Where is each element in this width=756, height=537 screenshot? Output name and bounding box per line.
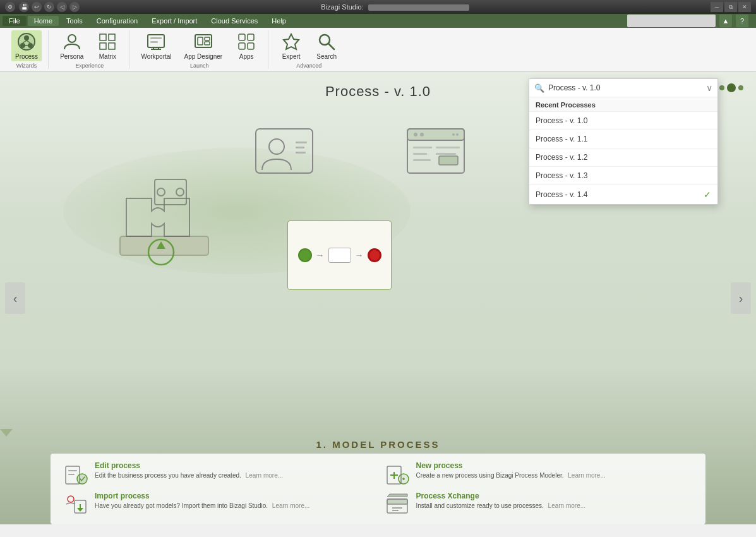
appdesigner-icon: [193, 32, 213, 52]
nav-arrow-right[interactable]: ›: [731, 282, 751, 314]
ribbon-right-area: ▲ ?: [627, 15, 753, 27]
refresh-icon[interactable]: ↻: [44, 2, 54, 12]
menu-export-import[interactable]: Export / Import: [145, 16, 203, 26]
dot-4: [738, 85, 743, 90]
svg-point-8: [68, 35, 76, 42]
model-process-section: 1. MODEL PROCESS Edit process Edi: [0, 429, 756, 524]
svg-rect-46: [436, 147, 460, 148]
ribbon-group-launch: Workportal App Designer: [131, 30, 268, 69]
svg-rect-47: [413, 153, 427, 155]
model-process-title: 1. MODEL PROCESS: [0, 439, 756, 450]
process-xchange-learn-more[interactable]: Learn more...: [548, 502, 585, 509]
svg-point-64: [68, 496, 74, 502]
ribbon-btn-matrix[interactable]: Matrix: [92, 30, 123, 61]
svg-rect-31: [155, 179, 186, 205]
svg-rect-23: [239, 34, 245, 40]
save-icon[interactable]: 💾: [19, 2, 29, 12]
ribbon-settings-btn[interactable]: ▲: [719, 15, 732, 27]
svg-rect-26: [248, 43, 254, 49]
ribbon-btn-workportal-label: Workportal: [141, 53, 171, 60]
close-button[interactable]: ✕: [738, 2, 751, 12]
ribbon-btn-search-label: Search: [316, 53, 337, 60]
restore-button[interactable]: ⧉: [724, 2, 737, 12]
menu-home[interactable]: Home: [28, 16, 59, 26]
ribbon: Process Wizards Persona: [0, 28, 756, 72]
ribbon-btn-persona[interactable]: Persona: [56, 30, 87, 61]
forward-icon[interactable]: ▷: [69, 2, 80, 12]
edit-process-text: Edit process Edit the business process y…: [95, 461, 372, 480]
ribbon-btn-search[interactable]: Search: [311, 30, 342, 61]
ribbon-group-advanced: Expert Search Advanced: [270, 30, 348, 69]
process-xchange-text: Process Xchange Install and customize re…: [416, 492, 693, 510]
ribbon-btn-expert-label: Expert: [282, 53, 301, 60]
svg-rect-56: [68, 474, 75, 475]
card-process-xchange: Process Xchange Install and customize re…: [385, 492, 693, 517]
flow-task: [328, 248, 351, 263]
ribbon-group-experience: Persona Matrix Experience: [50, 30, 129, 69]
recent-item-0[interactable]: Process - v. 1.0: [529, 111, 717, 130]
recent-item-2[interactable]: Process - v. 1.2: [529, 148, 717, 166]
process-flow-box: → →: [287, 220, 392, 290]
menu-configuration[interactable]: Configuration: [90, 16, 144, 26]
svg-rect-38: [296, 142, 307, 143]
recent-item-4[interactable]: Process - v. 1.4 ✓: [529, 184, 717, 204]
ribbon-btn-appdesigner-label: App Designer: [184, 53, 223, 60]
flow-arrow-1: →: [316, 250, 325, 260]
minimize-button[interactable]: ─: [711, 2, 723, 12]
new-process-title: New process: [416, 461, 693, 470]
ribbon-btn-appdesigner[interactable]: App Designer: [181, 30, 227, 61]
new-process-learn-more[interactable]: Learn more...: [568, 472, 605, 479]
edit-process-learn-more[interactable]: Learn more...: [246, 472, 283, 479]
menu-help[interactable]: Help: [265, 16, 292, 26]
ribbon-btn-persona-label: Persona: [60, 53, 83, 60]
menu-cloud-services[interactable]: Cloud Services: [205, 16, 264, 26]
svg-point-43: [414, 133, 417, 136]
svg-point-32: [157, 188, 165, 196]
window-controls[interactable]: ─ ⧉ ✕: [711, 2, 751, 12]
edit-process-desc: Edit the business process you have alrea…: [95, 471, 372, 480]
search-chevron-icon[interactable]: ∨: [706, 83, 712, 93]
svg-point-2: [24, 35, 29, 40]
recent-item-3[interactable]: Process - v. 1.3: [529, 166, 717, 184]
app-icon: ⚙: [5, 2, 15, 12]
ribbon-btn-process[interactable]: Process: [11, 30, 42, 61]
ribbon-search-box: [627, 15, 716, 27]
svg-rect-15: [150, 41, 158, 43]
quick-access-icons: 💾 ↩ ↻ ◁ ▷: [19, 2, 80, 12]
process-xchange-title: Process Xchange: [416, 492, 693, 500]
ribbon-btn-apps-label: Apps: [239, 53, 254, 60]
svg-rect-12: [109, 43, 115, 49]
svg-rect-10: [109, 34, 115, 40]
title-bar: ⚙ 💾 ↩ ↻ ◁ ▷ Bizagi Studio: ─ ⧉ ✕: [0, 0, 756, 14]
search-input[interactable]: [548, 83, 702, 92]
ribbon-help-btn[interactable]: ?: [736, 15, 748, 27]
svg-point-57: [77, 474, 87, 484]
recent-item-1[interactable]: Process - v. 1.1: [529, 130, 717, 148]
back-icon[interactable]: ◁: [57, 2, 67, 12]
cards-area: Edit process Edit the business process y…: [51, 454, 705, 524]
ribbon-group-experience-label: Experience: [75, 63, 104, 69]
svg-rect-45: [413, 147, 432, 148]
search-icon: [316, 32, 337, 52]
menu-file[interactable]: File: [3, 16, 27, 26]
card-new-process: New process Create a new process using B…: [385, 461, 693, 486]
edit-process-icon: [63, 461, 88, 486]
workportal-icon: [146, 32, 166, 52]
ribbon-btn-apps[interactable]: Apps: [231, 30, 261, 61]
import-process-learn-more[interactable]: Learn more...: [272, 502, 309, 509]
recent-processes-label: Recent Processes: [529, 97, 717, 111]
new-process-text: New process Create a new process using B…: [416, 461, 693, 480]
svg-rect-24: [248, 34, 254, 40]
svg-rect-36: [256, 129, 313, 173]
svg-marker-53: [0, 429, 13, 437]
ribbon-group-advanced-label: Advanced: [296, 63, 321, 69]
nav-arrow-left[interactable]: ‹: [5, 282, 25, 314]
undo-icon[interactable]: ↩: [32, 2, 42, 12]
ribbon-btn-expert[interactable]: Expert: [276, 30, 306, 61]
ribbon-btn-workportal[interactable]: Workportal: [137, 30, 175, 61]
svg-point-52: [456, 133, 459, 136]
flow-arrow-2: →: [355, 250, 364, 260]
ribbon-group-wizards: Process Wizards: [5, 30, 49, 69]
menu-tools[interactable]: Tools: [60, 16, 89, 26]
svg-point-44: [420, 133, 424, 136]
